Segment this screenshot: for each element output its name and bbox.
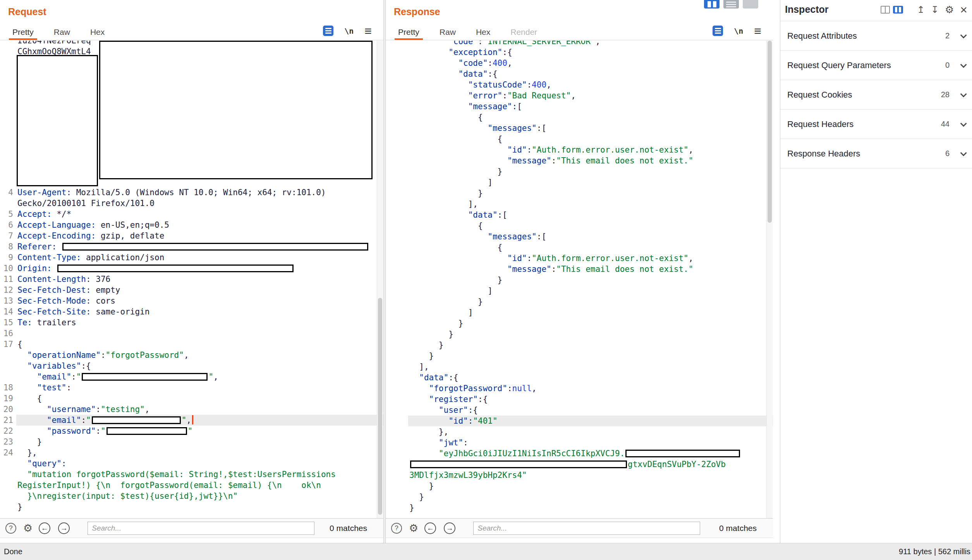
inspector-section-request-query-parameters[interactable]: Request Query Parameters0 — [780, 51, 972, 80]
pretty-print-icon[interactable] — [713, 26, 723, 36]
table-view-icon[interactable] — [881, 6, 890, 14]
scrollbar-thumb[interactable] — [378, 298, 382, 515]
newline-toggle-icon[interactable]: \n — [734, 26, 743, 36]
code-line[interactable]: { — [386, 112, 773, 123]
inspector-settings-gear-icon[interactable]: ⚙ — [945, 5, 954, 15]
code-line[interactable]: 17{ — [0, 339, 383, 350]
code-line[interactable]: Gecko/20100101 Firefox/101.0 — [0, 198, 383, 209]
inspector-section-request-headers[interactable]: Request Headers44 — [780, 110, 972, 139]
tab-pretty[interactable]: Pretty — [388, 25, 429, 40]
code-line[interactable]: ] — [386, 285, 773, 296]
code-line[interactable]: 19 { — [0, 393, 383, 404]
editor-menu-icon[interactable]: ≡ — [754, 26, 761, 36]
code-line[interactable]: } — [386, 296, 773, 307]
code-line[interactable]: ] — [386, 307, 773, 318]
code-line[interactable]: ] — [386, 177, 773, 188]
code-line[interactable]: 15Te: trailers — [0, 317, 383, 328]
expand-all-icon[interactable]: ↧ — [931, 5, 939, 14]
code-line[interactable]: } — [0, 502, 383, 512]
split-view-icon[interactable] — [704, 0, 720, 9]
inspector-section-request-attributes[interactable]: Request Attributes2 — [780, 21, 972, 51]
stacked-view-icon[interactable] — [723, 0, 739, 9]
code-line[interactable]: 20 "username":"testing", — [0, 404, 383, 415]
code-line[interactable]: "messages":[ — [386, 123, 773, 134]
tab-raw[interactable]: Raw — [429, 25, 466, 40]
code-line[interactable]: }, — [386, 426, 773, 437]
code-line[interactable]: "forgotPassword":null, — [386, 383, 773, 394]
response-scrollbar[interactable] — [766, 41, 773, 518]
code-line[interactable]: "code":400, — [386, 58, 773, 69]
code-line[interactable]: "exception":{ — [386, 47, 773, 58]
code-line[interactable]: { — [386, 242, 773, 253]
next-match-button[interactable]: → — [58, 522, 70, 534]
code-line[interactable]: "operationName":"forgotPassword", — [0, 350, 383, 361]
code-line[interactable]: "email":"", — [0, 371, 383, 382]
previous-match-button[interactable]: ← — [39, 522, 50, 534]
code-line[interactable]: 12Sec-Fetch-Dest: empty — [0, 285, 383, 295]
inspector-section-request-cookies[interactable]: Request Cookies28 — [780, 80, 972, 110]
code-line[interactable]: "id":"Auth.form.error.user.not-exist", — [386, 253, 773, 264]
code-line[interactable]: } — [386, 481, 773, 491]
code-line[interactable]: "jwt": — [386, 437, 773, 448]
code-line[interactable]: "message":"This email does not exist." — [386, 264, 773, 275]
code-line[interactable]: "message":"This email does not exist." — [386, 155, 773, 166]
scrollbar-thumb[interactable] — [768, 41, 772, 223]
code-line[interactable]: "data":{ — [386, 372, 773, 383]
code-line[interactable]: } — [386, 350, 773, 361]
code-line[interactable]: 4User-Agent: Mozilla/5.0 (Windows NT 10.… — [0, 187, 383, 198]
tab-hex[interactable]: Hex — [80, 25, 115, 40]
code-line[interactable]: RegisterInput!) {\n forgotPassword(email… — [0, 480, 383, 491]
code-line[interactable]: "messages":[ — [386, 231, 773, 242]
code-line[interactable]: 10Origin: — [0, 263, 383, 274]
code-line[interactable]: "id":"Auth.form.error.user.not-exist", — [386, 144, 773, 155]
search-input[interactable] — [473, 522, 700, 535]
code-line[interactable]: } — [386, 340, 773, 350]
help-icon[interactable]: ? — [5, 523, 16, 534]
code-line[interactable]: ], — [386, 199, 773, 210]
single-view-icon[interactable] — [743, 0, 758, 9]
code-line[interactable]: 3MDlfjx3mzwL39ybHp2Krs4" — [386, 470, 773, 481]
code-line[interactable]: 8Referer: — [0, 241, 383, 252]
code-line[interactable]: 6Accept-Language: en-US,en;q=0.5 — [0, 220, 383, 230]
code-line[interactable]: } — [386, 329, 773, 340]
tab-hex[interactable]: Hex — [466, 25, 500, 40]
editor-menu-icon[interactable]: ≡ — [364, 26, 372, 36]
code-line[interactable]: 5Accept: */* — [0, 209, 383, 220]
code-line[interactable]: "query": — [0, 458, 383, 469]
code-line[interactable]: "data":[ — [386, 210, 773, 220]
pretty-print-icon[interactable] — [323, 26, 333, 36]
code-line[interactable]: } — [386, 318, 773, 329]
search-settings-gear-icon[interactable]: ⚙ — [23, 523, 33, 534]
code-line[interactable]: gtxvDEqnSVuPbY-2ZoVb — [386, 459, 773, 470]
code-line[interactable]: } — [386, 275, 773, 285]
code-line[interactable]: "mutation forgotPassword($email: String!… — [0, 469, 383, 480]
code-line[interactable]: } — [386, 502, 773, 513]
search-settings-gear-icon[interactable]: ⚙ — [409, 523, 418, 534]
code-line[interactable]: "user":{ — [386, 405, 773, 416]
code-line[interactable]: 9Content-Type: application/json — [0, 252, 383, 263]
code-line[interactable]: 7Accept-Encoding: gzip, deflate — [0, 230, 383, 241]
code-line[interactable]: "message":[ — [386, 101, 773, 112]
code-line[interactable]: 24 }, — [0, 447, 383, 458]
help-icon[interactable]: ? — [391, 523, 402, 534]
code-line[interactable]: 22 "password":"" — [0, 426, 383, 436]
code-line[interactable]: { — [386, 220, 773, 231]
code-line[interactable]: "data":{ — [386, 69, 773, 79]
code-line[interactable]: } — [386, 166, 773, 177]
code-line[interactable]: "variables":{ — [0, 361, 383, 371]
search-input[interactable] — [88, 522, 314, 535]
tab-raw[interactable]: Raw — [44, 25, 80, 40]
code-line[interactable]: 18 "test": — [0, 382, 383, 393]
code-line[interactable]: } — [386, 491, 773, 502]
code-line[interactable]: "register":{ — [386, 394, 773, 405]
close-icon[interactable]: × — [960, 5, 967, 15]
code-line[interactable]: } — [386, 188, 773, 199]
collapse-all-icon[interactable]: ↥ — [917, 5, 925, 14]
code-line[interactable]: 14Sec-Fetch-Site: same-origin — [0, 306, 383, 317]
tab-pretty[interactable]: Pretty — [2, 25, 44, 40]
code-line[interactable]: { — [386, 134, 773, 144]
code-line[interactable]: 23 } — [0, 436, 383, 447]
next-match-button[interactable]: → — [444, 522, 455, 534]
code-line[interactable]: }\nregister(input: $test){user{id},jwt}}… — [0, 491, 383, 502]
newline-toggle-icon[interactable]: \n — [344, 26, 354, 36]
